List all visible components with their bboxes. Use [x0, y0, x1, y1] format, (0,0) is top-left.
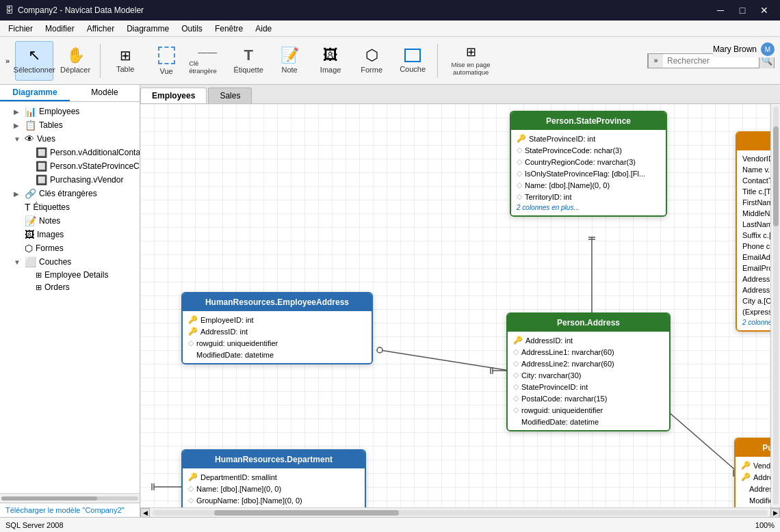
diagram-canvas[interactable]: Person.StateProvince 🔑 StateProvinceID: … — [140, 104, 780, 507]
sidebar-person-additional-label: Person.vAdditionalContact — [50, 148, 140, 157]
hscroll-thumb[interactable] — [214, 510, 399, 516]
table-person-address[interactable]: Person.Address 🔑 AddressID: int ◇ Addres… — [506, 312, 671, 431]
field-row: ◇ City: nvarchar(30) — [508, 369, 669, 381]
toolbar-forme-label: Forme — [361, 66, 382, 74]
toolbar-move-label: Déplacer — [60, 66, 90, 74]
toolbar-forme-button[interactable]: ⬡ Forme — [352, 41, 391, 81]
toolbar-image-button[interactable]: 🖼 Image — [311, 41, 350, 81]
hscroll-left-btn[interactable]: ◀ — [140, 508, 150, 518]
sidebar-item-employee-details[interactable]: ⊞ Employee Details — [0, 269, 140, 281]
sidebar-hscroll[interactable] — [0, 493, 140, 503]
toolbar-autofit-button[interactable]: ⊞ Mise en page automatique — [443, 41, 498, 81]
view-icon: 🔲 — [36, 174, 47, 185]
field-row: 🔑 StateProvinceID: int — [511, 133, 666, 144]
field-row: ◇ CountryRegionCode: nvarchar(3) — [511, 156, 666, 168]
note-icon: 📝 — [281, 48, 299, 63]
toolbar-move-button[interactable]: ✋ Déplacer — [56, 41, 94, 81]
table-department[interactable]: HumanResources.Department 🔑 DepartmentID… — [181, 449, 366, 507]
sidebar-item-purchasing-vvendor[interactable]: 🔲 Purchasing.vVendor — [0, 173, 140, 187]
move-icon: ✋ — [66, 48, 85, 63]
sidebar-tab-diagramme[interactable]: Diagramme — [0, 85, 70, 101]
field-value: ModifiedDate: datetime — [196, 351, 274, 359]
table-icon: ⊞ — [120, 49, 131, 62]
toolbar-note-button[interactable]: 📝 Note — [270, 41, 309, 81]
sidebar-footer-link[interactable]: Télécharger le modèle "Company2" — [0, 503, 140, 517]
menu-afficher[interactable]: Afficher — [81, 23, 120, 35]
sidebar-tab-modele[interactable]: Modèle — [70, 85, 140, 101]
image-icon: 🖼 — [323, 48, 338, 63]
sidebar-item-formes[interactable]: ⬡ Formes — [0, 241, 140, 255]
db-type-label: SQL Server 2008 — [5, 521, 64, 529]
svg-point-1 — [377, 347, 382, 353]
sidebar-item-orders[interactable]: ⊞ Orders — [0, 281, 140, 293]
toolbar-couche-button[interactable]: Couche — [393, 41, 432, 81]
key-icon: 🔑 — [741, 461, 751, 470]
field-row: 🔑 DepartmentID: smallint — [183, 471, 365, 483]
toolbar-select-button[interactable]: ↖ Sélectionner — [15, 41, 53, 81]
maximize-button[interactable]: □ — [732, 3, 753, 17]
field-value: EmployeeID: int — [200, 316, 254, 324]
sidebar-tabs: Diagramme Modèle — [0, 85, 140, 102]
sidebar-purchasing-vvendor-label: Purchasing.vVendor — [50, 175, 123, 185]
sidebar-item-images[interactable]: 🖼 Images — [0, 228, 140, 241]
diamond-icon: ◇ — [513, 359, 519, 368]
etiquette-icon: T — [244, 48, 252, 63]
menu-diagramme[interactable]: Diagramme — [121, 23, 174, 35]
diamond-icon: ◇ — [513, 405, 519, 414]
diamond-icon: ◇ — [517, 157, 522, 166]
field-value: StateProvinceID: int — [529, 135, 595, 143]
toolbar-expand-btn[interactable]: » — [5, 57, 10, 65]
minimize-button[interactable]: ─ — [710, 3, 731, 17]
hscroll-right-btn[interactable]: ▶ — [770, 508, 780, 518]
sidebar-notes-label: Notes — [39, 216, 60, 226]
sidebar-item-vues[interactable]: ▼ 👁 Vues — [0, 132, 140, 146]
field-row: ◇ PostalCode: nvarchar(15) — [508, 393, 669, 404]
field-row: ◇ ModifiedDate: datetime — [508, 416, 669, 427]
field-value: ModifiedDate: datetime — [521, 418, 599, 426]
menu-fichier[interactable]: Fichier — [3, 23, 38, 35]
sidebar-item-couches[interactable]: ▼ ⬜ Couches — [0, 255, 140, 269]
canvas-vscroll[interactable] — [770, 104, 780, 507]
field-value: StateProvinceCode: nchar(3) — [525, 146, 622, 155]
toolbar-vue-button[interactable]: ⬚ Vue — [147, 41, 185, 81]
canvas-tab-employees[interactable]: Employees — [140, 88, 207, 103]
field-row: ◇ GroupName: [dbo].[Name](0, 0) — [183, 494, 365, 506]
search-expand-button[interactable]: » — [648, 53, 663, 68]
diamond-icon: ◇ — [513, 394, 519, 403]
table-body: 🔑 StateProvinceID: int ◇ StateProvinceCo… — [511, 130, 666, 215]
plain-icon: ◇ — [741, 496, 746, 505]
close-button[interactable]: ✕ — [754, 3, 775, 17]
canvas-tab-sales[interactable]: Sales — [208, 88, 252, 103]
sidebar-item-cles[interactable]: ▶ 🔗 Clés étrangères — [0, 187, 140, 200]
menu-fenetre[interactable]: Fenêtre — [209, 23, 248, 35]
user-name: Mary Brown — [713, 44, 757, 54]
sidebar-item-tables[interactable]: ▶ 📋 Tables — [0, 118, 140, 132]
menu-modifier[interactable]: Modifier — [40, 23, 80, 35]
hscroll-track — [153, 510, 768, 516]
sidebar-formes-label: Formes — [36, 243, 64, 253]
sidebar-item-person-state[interactable]: 🔲 Person.vStateProvinceCou — [0, 159, 140, 173]
menu-outils[interactable]: Outils — [176, 23, 208, 35]
menu-aide[interactable]: Aide — [250, 23, 277, 35]
table-person-stateprovince[interactable]: Person.StateProvince 🔑 StateProvinceID: … — [510, 111, 667, 217]
sidebar-item-person-additional[interactable]: 🔲 Person.vAdditionalContact — [0, 146, 140, 159]
canvas-hscroll[interactable]: ◀ ▶ — [140, 507, 780, 517]
diamond-icon: ◇ — [188, 484, 194, 493]
toolbar-table-button[interactable]: ⊞ Table — [106, 41, 144, 81]
couche-icon — [404, 49, 421, 62]
field-value: TerritoryID: int — [525, 193, 571, 201]
vscroll-thumb[interactable] — [773, 127, 779, 226]
formes-icon: ⬡ — [25, 243, 33, 254]
table-body: 🔑 AddressID: int ◇ AddressLine1: nvarcha… — [508, 332, 669, 430]
sidebar-tree: ▶ 📊 Employees ▶ 📋 Tables ▼ 👁 Vues 🔲 Pers… — [0, 102, 140, 493]
toolbar-etiquette-button[interactable]: T Étiquette — [229, 41, 268, 81]
toolbar-foreign-key-button[interactable]: —— Clé étrangère — [188, 41, 226, 81]
table-header: HumanResources.Department — [183, 451, 365, 468]
sidebar-item-employees[interactable]: ▶ 📊 Employees — [0, 105, 140, 118]
field-value: AddressID: int — [200, 328, 248, 336]
sidebar-item-etiquettes[interactable]: T Étiquettes — [0, 200, 140, 214]
table-employee-address[interactable]: HumanResources.EmployeeAddress 🔑 Employe… — [181, 292, 373, 364]
field-row: ◇ rowguid: uniqueidentifier — [508, 404, 669, 416]
sidebar-item-notes[interactable]: 📝 Notes — [0, 214, 140, 228]
plain-icon: ◇ — [188, 350, 194, 359]
